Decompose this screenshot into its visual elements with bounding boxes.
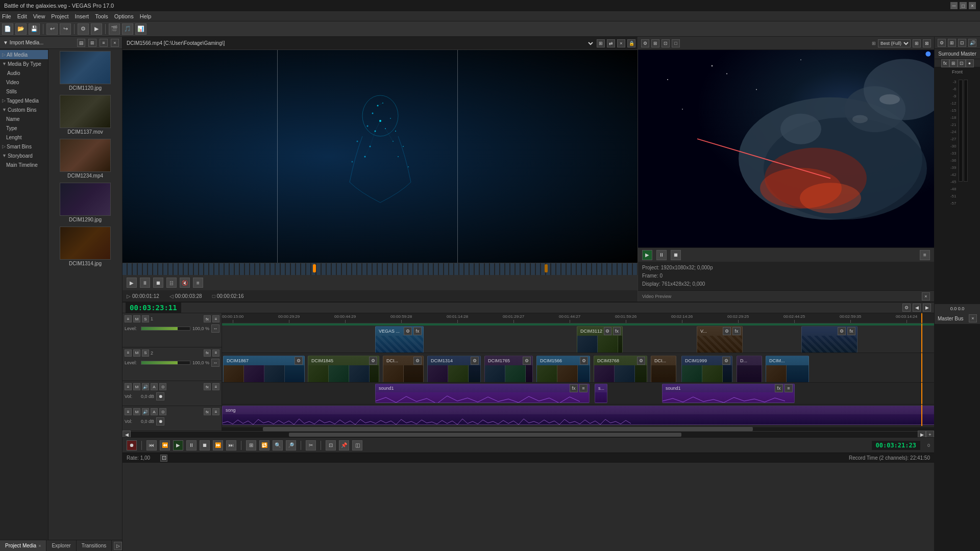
track-a2-more[interactable]: ≡ xyxy=(212,408,219,415)
transport-play[interactable]: ▶ xyxy=(173,440,183,450)
vp-stop-btn[interactable]: ⏹ xyxy=(671,250,681,260)
clip-v-abbrev-btn2[interactable]: fx xyxy=(732,327,741,335)
clip-sound1-b[interactable]: s... xyxy=(595,384,607,403)
thumb-dcim1120[interactable]: DCIM1120.jpg xyxy=(51,51,120,91)
trimmer-path-btn2[interactable]: ⇄ xyxy=(607,39,615,47)
transport-stop[interactable]: ⏹ xyxy=(200,440,210,450)
vp-bottom-close[interactable]: × xyxy=(922,292,930,300)
timeline-hscrollbar[interactable]: ◀ ▶ + xyxy=(122,431,934,437)
tl-settings-btn[interactable]: ⚙ xyxy=(902,304,911,312)
transport-snap[interactable]: ⊡ xyxy=(326,440,336,450)
transport-region[interactable]: ◫ xyxy=(352,440,362,450)
clip-vegas-btn1[interactable]: ⚙ xyxy=(404,327,412,335)
vp-fit-btn[interactable]: ⊞ xyxy=(651,39,659,47)
clip-v1-4-btn1[interactable]: ⚙ xyxy=(838,327,846,335)
transport-go-end[interactable]: ⏭ xyxy=(226,440,236,450)
vp-quality-select[interactable]: Best (Full) xyxy=(878,39,911,47)
menu-insert[interactable]: Insert xyxy=(75,13,89,19)
clip-dcim1867-btn[interactable]: ⚙ xyxy=(295,357,303,365)
tree-smart-bins[interactable]: ▷Smart Bins xyxy=(0,142,48,151)
vp-grid-btn[interactable]: ⊞ xyxy=(913,39,921,47)
track-v1-fx[interactable]: fx xyxy=(204,315,211,322)
track-v1-more[interactable]: ≡ xyxy=(212,315,219,322)
track-solo-v1[interactable]: S xyxy=(142,315,149,322)
track-mute-v2[interactable]: M xyxy=(133,349,140,357)
track-mute-a1[interactable]: M xyxy=(133,383,140,390)
clip-v1-4-btn2[interactable]: fx xyxy=(847,327,855,335)
undo-button[interactable]: ↩ xyxy=(46,23,58,35)
tree-main-timeline[interactable]: Main Timeline xyxy=(0,160,48,169)
clip-sound1-c-more[interactable]: ≡ xyxy=(785,384,793,392)
left-tabs-expand[interactable]: ▷ xyxy=(114,542,122,550)
vp-grid2-btn[interactable]: ⊠ xyxy=(923,39,931,47)
tree-custom-bins[interactable]: ▼Custom Bins xyxy=(0,105,48,114)
track-auto-a2[interactable]: A xyxy=(151,408,158,415)
tb-btn-3[interactable]: 📊 xyxy=(135,23,146,35)
clip-dcim3112[interactable]: DCIM3112 ⚙ fx xyxy=(577,326,623,353)
track-vol-lock-a1[interactable]: ⏺ xyxy=(156,392,164,400)
tree-video[interactable]: Video xyxy=(0,78,48,87)
clip-sound1-c-fx[interactable]: fx xyxy=(775,384,783,392)
trimmer-path-close[interactable]: × xyxy=(617,39,625,47)
clip-song[interactable]: song fx ≡ xyxy=(222,406,934,425)
clip-dcim3112-btn1[interactable]: ⚙ xyxy=(604,327,611,335)
tree-lenght[interactable]: Lenght xyxy=(0,133,48,142)
thumb-dcim1234[interactable]: DCIM1234.mp4 xyxy=(51,139,120,179)
transport-prev[interactable]: ⏪ xyxy=(160,440,170,450)
clip-dcim3768[interactable]: DCIM3768 ⚙ xyxy=(594,356,647,383)
clip-dcim1566[interactable]: DCIM1566 ⚙ xyxy=(536,356,590,383)
clip-dcim1314-btn[interactable]: ⚙ xyxy=(471,357,479,365)
trimmer-file-selector[interactable]: DCIM1566.mp4 [C:\User\Footage\Gaming\] xyxy=(125,38,595,48)
clip-dcim1845[interactable]: DCIM1845 ⚙ xyxy=(308,356,379,383)
menu-help[interactable]: Help xyxy=(140,13,152,19)
track-level-lock-v2[interactable]: ↔ xyxy=(211,359,219,367)
vp-pause-btn[interactable]: ⏸ xyxy=(656,250,667,260)
tree-all-media[interactable]: ▷All Media xyxy=(0,50,48,59)
thumb-dcim1290[interactable]: DCIM1290.jpg xyxy=(51,183,120,222)
open-button[interactable]: 📂 xyxy=(15,23,27,35)
clip-v-abbrev-btn1[interactable]: ⚙ xyxy=(723,327,731,335)
trimmer-scrubber[interactable] xyxy=(122,263,638,275)
track-solo-v2[interactable]: S xyxy=(142,349,149,357)
timeline-ruler[interactable]: 00:00:15:00 00:00:29:29 00:00:44:29 xyxy=(222,313,934,323)
menu-project[interactable]: Project xyxy=(51,13,68,19)
tab-explorer[interactable]: Explorer xyxy=(46,540,76,551)
minimize-button[interactable]: ─ xyxy=(950,2,958,9)
track-mute-a2[interactable]: M xyxy=(133,408,140,415)
trim-pause-btn[interactable]: ⏸ xyxy=(140,278,150,288)
clip-dcim1566-btn[interactable]: ⚙ xyxy=(580,357,588,365)
track-a1-fx[interactable]: fx xyxy=(204,383,211,390)
tab-project-media[interactable]: Project Media × xyxy=(0,540,46,551)
track-collapse-a2[interactable]: ≡ xyxy=(125,408,132,415)
clip-d-abbrev[interactable]: D... xyxy=(737,356,762,383)
redo-button[interactable]: ↪ xyxy=(60,23,71,35)
timeline-scrollbar[interactable] xyxy=(222,427,934,431)
master-bus-close[interactable]: × xyxy=(969,314,977,322)
save-button[interactable]: 💾 xyxy=(29,23,40,35)
clip-dcim1999-btn[interactable]: ⚙ xyxy=(722,357,730,365)
tab-transitions[interactable]: Transitions xyxy=(77,540,112,551)
clip-dcim1867[interactable]: DCIM1867 ⚙ xyxy=(223,356,305,383)
tree-storyboard-bins[interactable]: ▼Storyboard xyxy=(0,151,48,160)
transport-go-start[interactable]: ⏮ xyxy=(146,440,157,450)
sm-fx-btn[interactable]: fx xyxy=(941,59,949,67)
sm-pan-btn[interactable]: ● xyxy=(966,59,974,67)
clip-dcim1314[interactable]: DCIM1314 ⚙ xyxy=(427,356,481,383)
rp-mute-btn[interactable]: 🔊 xyxy=(968,39,976,47)
clip-dcim3768-btn[interactable]: ⚙ xyxy=(637,357,645,365)
track-collapse-v1[interactable]: ≡ xyxy=(125,315,132,322)
new-button[interactable]: 📄 xyxy=(2,23,13,35)
vp-snap-btn[interactable]: ⊡ xyxy=(662,39,670,47)
record-btn[interactable]: ⏺ xyxy=(127,440,137,450)
track-vol-a2[interactable]: 🔊 xyxy=(142,408,149,415)
properties-button[interactable]: ⚙ xyxy=(78,23,89,35)
track-v2-fx[interactable]: fx xyxy=(204,349,211,357)
vp-settings-btn[interactable]: ⚙ xyxy=(641,39,649,47)
pm-btn-3[interactable]: ≡ xyxy=(100,39,108,47)
trimmer-path-lock[interactable]: 🔒 xyxy=(627,39,635,47)
transport-loop[interactable]: 🔁 xyxy=(259,440,270,450)
rp-fit-btn[interactable]: ⊞ xyxy=(948,39,956,47)
rp-settings-btn[interactable]: ⚙ xyxy=(938,39,946,47)
trim-mute-btn[interactable]: 🔇 xyxy=(180,278,190,288)
clip-dci-abbrev[interactable]: DCI... ⚙ xyxy=(383,356,424,383)
